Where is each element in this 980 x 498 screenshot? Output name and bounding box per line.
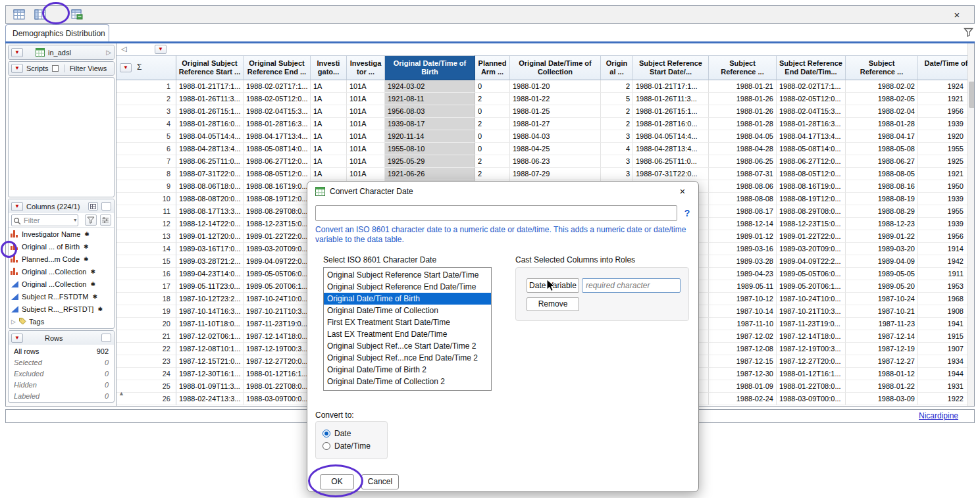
data-table-icon[interactable]	[13, 8, 26, 21]
cell[interactable]: 101A	[347, 155, 385, 168]
cell[interactable]: 1988-01-20	[510, 80, 601, 93]
cell[interactable]: 1988-02-24T13:3...	[176, 393, 244, 405]
cell[interactable]: 0	[475, 143, 510, 155]
cell[interactable]: 1987-12-27T20:0...	[244, 355, 311, 368]
cell[interactable]: 1941	[918, 318, 975, 330]
cell[interactable]: 3	[601, 168, 633, 180]
cell[interactable]: 1987-12-15	[709, 355, 777, 368]
help-icon[interactable]: ?	[681, 207, 694, 220]
cell[interactable]: 1989-05-11T23:0...	[176, 280, 244, 293]
cell[interactable]: 1A	[311, 93, 347, 105]
column-list-item[interactable]: Investigator Name✱	[9, 228, 114, 240]
cell[interactable]: 1939	[918, 118, 975, 130]
dialog-close-button[interactable]: ×	[673, 184, 692, 199]
cell[interactable]: 1988-01-28T16:3...	[777, 118, 846, 130]
cell[interactable]: 1925-05-29	[385, 155, 475, 168]
cell[interactable]: 1987-12-02T06:1...	[176, 330, 244, 343]
cell[interactable]: 1988-08-08T20:0...	[176, 193, 244, 205]
cell[interactable]: 1988-01-21T17:1...	[176, 80, 244, 93]
cell[interactable]: 1988-04-25	[510, 143, 601, 155]
cell[interactable]: 2	[601, 118, 633, 130]
cell[interactable]: 1987-11-10T18:0...	[176, 318, 244, 330]
filter-options-button[interactable]	[100, 214, 111, 226]
column-list-item[interactable]: Original ... of Birth✱	[9, 240, 114, 253]
dialog-titlebar[interactable]: Convert Character Date ×	[307, 182, 698, 201]
row-number[interactable]: 6	[116, 143, 176, 155]
cell[interactable]: 1987-12-14T18:0...	[244, 330, 311, 343]
row-number[interactable]: 9	[116, 180, 176, 193]
cell[interactable]: 1988-01-26	[709, 93, 777, 105]
cell[interactable]: 2	[475, 168, 510, 180]
listbox-item[interactable]: Original Date/Time of Collection 2	[324, 376, 491, 387]
cell[interactable]: 1939-08-17	[385, 118, 475, 130]
cell[interactable]: 1988-04-05	[709, 130, 777, 143]
cell[interactable]: 1939	[918, 218, 975, 230]
date-variable-input[interactable]	[582, 278, 681, 293]
cell[interactable]: 1988-01-09T11:3...	[176, 380, 244, 393]
cell[interactable]: 2	[601, 105, 633, 118]
cell[interactable]: 1988-05-08T14:0...	[777, 143, 846, 155]
cell[interactable]: 1988-02-02	[846, 80, 918, 93]
row-number[interactable]: 11	[116, 205, 176, 218]
cell[interactable]: 1988-12-14T22:0...	[176, 218, 244, 230]
cell[interactable]: 1989-05-20	[846, 280, 918, 293]
cell[interactable]: 1956	[918, 230, 975, 243]
cell[interactable]: 1988-08-16	[846, 180, 918, 193]
tab-demographics-distribution[interactable]: Demographics Distribution	[5, 24, 109, 42]
cell[interactable]: 101A	[347, 105, 385, 118]
cell[interactable]: 1987-12-30T16:1...	[176, 368, 244, 380]
cell[interactable]: 1989-05-05T06:0...	[244, 268, 311, 280]
red-triangle-menu-icon[interactable]: ▼	[155, 45, 167, 54]
columns-filter-box[interactable]: ▾	[11, 214, 78, 226]
cell[interactable]: 2	[475, 118, 510, 130]
cell[interactable]: 1939	[918, 193, 975, 205]
cell[interactable]: 1987-12-08	[709, 343, 777, 355]
cell[interactable]: 1988-08-29	[846, 205, 918, 218]
cell[interactable]: 5	[601, 93, 633, 105]
cell[interactable]: 1988-06-27	[846, 155, 918, 168]
column-header[interactable]: SubjectReference ...	[846, 55, 918, 80]
cell[interactable]: 1907	[918, 343, 975, 355]
radio-option[interactable]: Date	[322, 427, 387, 439]
cell[interactable]: 1987-12-27	[846, 355, 918, 368]
cell[interactable]: 1921	[918, 93, 975, 105]
cell[interactable]: 101A	[347, 143, 385, 155]
cell[interactable]: 1989-03-20	[846, 243, 918, 255]
cell[interactable]: 1989-03-16	[709, 243, 777, 255]
cell[interactable]: 1988-05-08	[846, 143, 918, 155]
filter-funnel-icon[interactable]	[964, 28, 973, 39]
cell[interactable]: 1988-01-28T16:0...	[176, 118, 244, 130]
cell[interactable]: 1A	[311, 168, 347, 180]
cell[interactable]: 1988-01-26T11:3...	[176, 93, 244, 105]
cell[interactable]: 1987-11-23T19:0...	[777, 318, 846, 330]
column-header[interactable]: Investigator ...	[347, 55, 385, 80]
cell[interactable]: 1988-04-17	[846, 130, 918, 143]
column-list-item[interactable]: Original ...Collection✱	[9, 278, 114, 290]
row-number[interactable]: 19	[116, 305, 176, 318]
cell[interactable]: 1988-08-19T12:0...	[777, 193, 846, 205]
cell[interactable]: 1987-12-14T18:0...	[777, 330, 846, 343]
column-header[interactable]: Original Date/Time ofBirth	[385, 55, 475, 80]
cell[interactable]: 1988-08-17	[709, 205, 777, 218]
cell[interactable]: 1A	[311, 130, 347, 143]
filter-funnel-button[interactable]	[85, 214, 96, 226]
listbox-item[interactable]: Original Date/Time of Collection	[324, 305, 491, 316]
cell[interactable]: 1988-02-02T17:1...	[777, 80, 846, 93]
cell[interactable]: 1987-10-12T23:2...	[176, 293, 244, 305]
row-number[interactable]: 15	[116, 255, 176, 268]
cell[interactable]: 1988-08-05T12:0...	[777, 168, 846, 180]
column-header[interactable]: Subject ReferenceStart Date/...	[633, 55, 709, 80]
cell[interactable]: 1988-06-23	[510, 155, 601, 168]
cell[interactable]: 0	[475, 105, 510, 118]
column-header[interactable]: SubjectReference ...	[709, 55, 777, 80]
cell[interactable]: 1988-01-21T17:1...	[633, 80, 709, 93]
cell[interactable]: 1988-02-05	[846, 93, 918, 105]
cell[interactable]: 1988-01-09	[709, 380, 777, 393]
cell[interactable]: 1908	[918, 305, 975, 318]
cell[interactable]: 1953	[918, 280, 975, 293]
cell[interactable]: 1988-12-14	[709, 218, 777, 230]
cell[interactable]: 1988-08-19	[846, 193, 918, 205]
cell[interactable]: 1988-03-09T00:0...	[244, 393, 311, 405]
cell[interactable]: 1987-12-19T00:3...	[244, 343, 311, 355]
red-triangle-menu-icon[interactable]: ▼	[11, 334, 23, 343]
